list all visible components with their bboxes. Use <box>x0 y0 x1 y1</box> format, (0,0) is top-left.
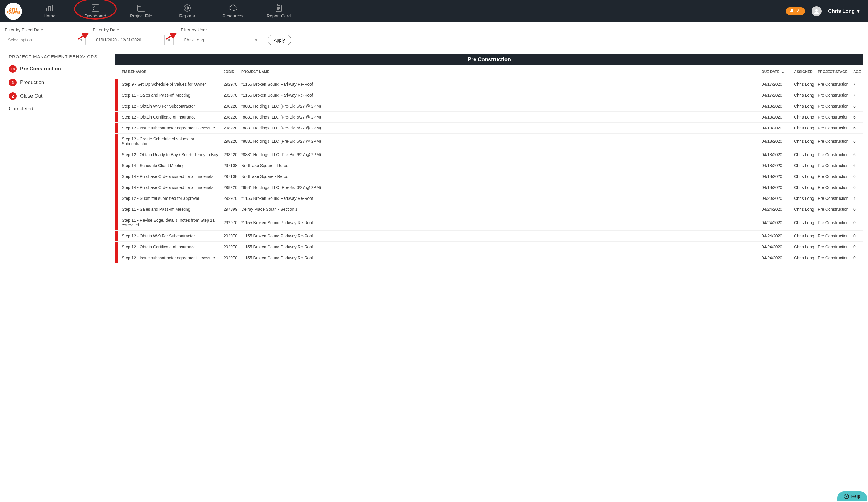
table-row[interactable]: Step 11 - Sales and Pass-off Meeting2929… <box>115 90 863 101</box>
table-row[interactable]: Step 9 - Set Up Schedule of Values for O… <box>115 79 863 90</box>
nav-report-card[interactable]: Report Card <box>256 0 301 22</box>
cloud-download-icon <box>228 4 238 12</box>
table-row[interactable]: Step 12 - Obtain Certificate of Insuranc… <box>115 112 863 123</box>
cell-age: 6 <box>851 182 863 193</box>
apply-button[interactable]: Apply <box>268 34 291 45</box>
table-row[interactable]: Step 12 - Obtain W-9 For Subcontractor29… <box>115 230 863 242</box>
sidebar-item-completed[interactable]: Completed <box>9 106 110 112</box>
nav-label: Reports <box>179 13 195 18</box>
col-due-date-label: DUE DATE <box>762 70 779 74</box>
filter-user-select[interactable]: Chris Long ▾ <box>180 34 260 45</box>
user-menu[interactable]: Chris Long ▾ <box>828 8 860 14</box>
svg-point-16 <box>815 9 818 11</box>
col-assigned[interactable]: ASSIGNED <box>792 65 816 79</box>
table-row[interactable]: Step 12 - Create Schedule of values for … <box>115 134 863 149</box>
cell-project-name: Northlake Square - Reroof <box>239 160 760 171</box>
col-age[interactable]: AGE <box>851 65 863 79</box>
cell-due-date: 04/18/2020 <box>760 112 792 123</box>
svg-rect-3 <box>51 5 53 11</box>
nav-project-file[interactable]: Project File <box>118 0 164 22</box>
status-bar <box>115 215 118 230</box>
cell-project-stage: Pre Construction <box>816 215 851 230</box>
cell-assigned: Chris Long <box>792 160 816 171</box>
table-row[interactable]: Step 14 - Purchase Orders issued for all… <box>115 171 863 182</box>
sidebar-item-close-out[interactable]: 2 Close Out <box>9 92 110 100</box>
sidebar-item-pre-construction[interactable]: 18 Pre Construction <box>9 65 110 73</box>
sidebar-title: PROJECT MANAGEMENT BEHAVIORS <box>9 54 110 59</box>
table-row[interactable]: Step 12 - Obtain W-9 For Subcontractor29… <box>115 101 863 112</box>
col-pm-behavior[interactable]: PM BEHAVIOR <box>115 65 222 79</box>
col-project-stage[interactable]: PROJECT STAGE <box>816 65 851 79</box>
svg-rect-11 <box>276 5 281 11</box>
count-badge: 18 <box>9 65 17 73</box>
brand-logo-text: BEST ROOFING <box>5 8 22 14</box>
status-bar <box>115 171 118 182</box>
sidebar-item-label: Completed <box>9 106 33 112</box>
cell-due-date: 04/24/2020 <box>760 253 792 264</box>
nav-resources[interactable]: Resources <box>210 0 256 22</box>
filter-date-clear[interactable]: × <box>165 34 174 45</box>
filter-user: Filter by User Chris Long ▾ <box>180 27 260 45</box>
cell-project-stage: Pre Construction <box>816 134 851 149</box>
cell-project-stage: Pre Construction <box>816 242 851 253</box>
cell-project-stage: Pre Construction <box>816 79 851 90</box>
cell-project-name: *1155 Broken Sound Parkway Re-Roof <box>239 215 760 230</box>
cell-project-stage: Pre Construction <box>816 123 851 134</box>
cell-project-name: *1155 Broken Sound Parkway Re-Roof <box>239 230 760 242</box>
nav-home[interactable]: Home <box>27 0 72 22</box>
cell-age: 6 <box>851 101 863 112</box>
cell-due-date: 04/17/2020 <box>760 90 792 101</box>
sidebar-item-production[interactable]: 2 Production <box>9 79 110 86</box>
cell-assigned: Chris Long <box>792 90 816 101</box>
filter-date-value: 01/01/2020 - 12/31/2020 <box>96 38 141 42</box>
main-content: PROJECT MANAGEMENT BEHAVIORS 18 Pre Cons… <box>0 48 868 264</box>
cell-project-name: Northlake Square - Reroof <box>239 171 760 182</box>
status-bar <box>115 134 118 149</box>
nav-dashboard[interactable]: Dashboard <box>72 0 118 22</box>
cell-project-name: *8881 Holdings, LLC (Pre-Bid 6/27 @ 2PM) <box>239 123 760 134</box>
cell-project-name: *1155 Broken Sound Parkway Re-Roof <box>239 90 760 101</box>
filter-date-input[interactable]: 01/01/2020 - 12/31/2020 <box>93 34 165 45</box>
sidebar-item-label: Production <box>20 80 44 85</box>
table-row[interactable]: Step 14 - Schedule Client Meeting297108N… <box>115 160 863 171</box>
cell-assigned: Chris Long <box>792 253 816 264</box>
cell-pm-behavior: Step 12 - Obtain W-9 For Subcontractor <box>122 104 195 109</box>
cell-assigned: Chris Long <box>792 79 816 90</box>
clipboard-icon <box>275 4 282 12</box>
cell-jobid: 298220 <box>222 149 239 160</box>
bar-chart-icon <box>45 4 54 12</box>
notifications-pill[interactable]: 4 <box>786 7 805 15</box>
nav-label: Dashboard <box>84 13 106 18</box>
filter-user-label: Filter by User <box>180 27 260 32</box>
table-row[interactable]: Step 12 - Issue subcontractor agreement … <box>115 123 863 134</box>
cell-pm-behavior: Step 14 - Purchase Orders issued for all… <box>122 185 214 190</box>
table-row[interactable]: Step 11 - Revise Edge, details, notes fr… <box>115 215 863 230</box>
cell-pm-behavior: Step 14 - Purchase Orders issued for all… <box>122 174 214 179</box>
filter-date: Filter by Date 01/01/2020 - 12/31/2020 × <box>93 27 174 45</box>
table-row[interactable]: Step 14 - Purchase Orders issued for all… <box>115 182 863 193</box>
nav-reports[interactable]: Reports <box>164 0 210 22</box>
cell-project-stage: Pre Construction <box>816 101 851 112</box>
cell-jobid: 298220 <box>222 134 239 149</box>
table-row[interactable]: Step 11 - Sales and Pass-off Meeting2978… <box>115 204 863 215</box>
nav-label: Report Card <box>267 13 291 18</box>
cell-due-date: 04/18/2020 <box>760 101 792 112</box>
brand-logo[interactable]: BEST ROOFING <box>0 0 27 22</box>
status-bar <box>115 182 118 193</box>
col-jobid[interactable]: JOBID <box>222 65 239 79</box>
cell-jobid: 298220 <box>222 182 239 193</box>
user-avatar[interactable] <box>812 6 822 16</box>
col-due-date[interactable]: DUE DATE ▲ <box>760 65 792 79</box>
checklist-icon <box>91 4 100 12</box>
folder-icon <box>137 4 146 12</box>
table-row[interactable]: Step 12 - Obtain Certificate of Insuranc… <box>115 242 863 253</box>
table-row[interactable]: Step 12 - Issue subcontractor agreement … <box>115 253 863 264</box>
col-project-name[interactable]: PROJECT NAME <box>239 65 760 79</box>
cell-due-date: 04/18/2020 <box>760 134 792 149</box>
table-row[interactable]: Step 12 - Submittal submitted for approv… <box>115 193 863 204</box>
cell-jobid: 292970 <box>222 215 239 230</box>
table-row[interactable]: Step 12 - Obtain Ready to Buy / Scurb Re… <box>115 149 863 160</box>
cell-due-date: 04/18/2020 <box>760 171 792 182</box>
filter-fixed-date-select[interactable]: Select option ▾ <box>5 34 86 45</box>
cell-pm-behavior: Step 11 - Revise Edge, details, notes fr… <box>122 218 215 227</box>
